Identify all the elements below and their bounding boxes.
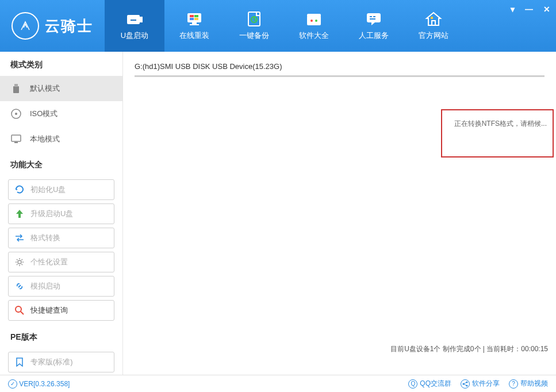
usb-icon — [124, 11, 145, 27]
svg-point-14 — [310, 20, 313, 22]
func-upgrade-usb[interactable]: 升级启动U盘 — [8, 203, 114, 224]
nav-tab-service[interactable]: 人工服务 — [344, 0, 404, 52]
mode-label: 本地模式 — [30, 134, 60, 144]
footer: ✓ VER[0.3.26.358] Q QQ交流群 软件分享 ? 帮助视频 — [0, 375, 556, 392]
func-label: 快捷键查询 — [30, 305, 68, 316]
mode-label: ISO模式 — [30, 109, 57, 119]
svg-rect-19 — [370, 18, 375, 20]
func-personalize[interactable]: 个性化设置 — [8, 252, 114, 272]
svg-rect-26 — [11, 135, 21, 141]
logo-icon — [11, 12, 39, 40]
version-text: VER[0.3.26.358] — [19, 380, 70, 388]
status-text: 正在转换NTFS格式，请稍候... — [448, 119, 547, 129]
pe-expert-standard[interactable]: 专家版(标准) — [8, 352, 114, 372]
svg-rect-8 — [190, 18, 194, 20]
share-icon — [461, 379, 470, 389]
refresh-icon — [14, 185, 25, 195]
nav-label: 软件大全 — [299, 30, 329, 41]
nav-label: U盘启动 — [121, 30, 148, 41]
menu-icon[interactable]: ▾ — [511, 5, 515, 14]
nav-label: 人工服务 — [359, 30, 389, 41]
version-icon: ✓ — [8, 379, 17, 389]
disc-icon — [10, 108, 22, 120]
monitor-icon — [184, 11, 205, 27]
mode-iso[interactable]: ISO模式 — [0, 101, 122, 126]
svg-rect-4 — [192, 22, 197, 24]
gear-icon — [14, 257, 25, 267]
footer-links: Q QQ交流群 软件分享 ? 帮助视频 — [408, 379, 548, 389]
func-label: 个性化设置 — [30, 257, 68, 267]
header: 云骑士 U盘启动 在线重装 一键备份 软件大全 — [0, 0, 556, 52]
mode-local[interactable]: 本地模式 — [0, 126, 122, 152]
svg-rect-7 — [194, 15, 198, 17]
svg-rect-21 — [431, 17, 433, 19]
nav-tab-backup[interactable]: 一键备份 — [224, 0, 284, 52]
svg-rect-18 — [373, 16, 375, 17]
home-icon — [423, 11, 444, 27]
svg-rect-27 — [14, 142, 18, 143]
search-icon — [14, 305, 25, 316]
link-label: 帮助视频 — [520, 379, 548, 389]
pe-label: 专家版(标准) — [30, 357, 73, 367]
chat-icon — [363, 11, 384, 27]
func-init-usb[interactable]: 初始化U盘 — [8, 179, 114, 200]
progress-bar — [135, 75, 545, 77]
svg-rect-13 — [307, 14, 321, 17]
svg-rect-1 — [140, 17, 143, 22]
nav-tab-online-reinstall[interactable]: 在线重装 — [164, 0, 224, 52]
refresh-doc-icon — [244, 11, 264, 27]
help-icon: ? — [509, 379, 518, 389]
body-area: 模式类别 默认模式 ISO模式 本地模式 功能大全 初始化U — [0, 52, 556, 375]
status-highlight-box: 正在转换NTFS格式，请稍候... — [441, 109, 554, 157]
version-info[interactable]: ✓ VER[0.3.26.358] — [8, 379, 70, 389]
footer-link-help[interactable]: ? 帮助视频 — [509, 379, 548, 389]
svg-point-25 — [15, 113, 17, 115]
nav-tab-software[interactable]: 软件大全 — [284, 0, 344, 52]
mode-default[interactable]: 默认模式 — [0, 76, 122, 101]
svg-rect-6 — [190, 15, 194, 17]
func-label: 初始化U盘 — [30, 185, 66, 195]
swap-icon — [14, 233, 25, 243]
func-hotkey-query[interactable]: 快捷键查询 — [8, 300, 114, 321]
link-icon — [14, 281, 25, 291]
logo-area: 云骑士 — [0, 12, 105, 40]
nav-label: 在线重装 — [179, 30, 209, 41]
nav-tab-usb-boot[interactable]: U盘启动 — [105, 0, 164, 52]
svg-rect-22 — [13, 86, 19, 93]
func-label: 格式转换 — [30, 233, 60, 243]
nav-tab-website[interactable]: 官方网站 — [404, 0, 463, 52]
nav-label: 一键备份 — [239, 30, 269, 41]
svg-rect-20 — [432, 21, 435, 25]
usb-disk-icon — [10, 83, 22, 94]
close-icon[interactable]: ✕ — [543, 5, 550, 14]
status-bar: 目前U盘设备1个 制作完成0个 | 当前耗时：00:00:15 — [390, 341, 548, 358]
app-name: 云骑士 — [45, 16, 93, 36]
svg-point-28 — [18, 260, 21, 264]
device-label: G:(hd1)SMI USB DISK USB Device(15.23G) — [135, 62, 545, 71]
main-content: G:(hd1)SMI USB DISK USB Device(15.23G) 正… — [123, 52, 556, 375]
mode-section-title: 模式类别 — [0, 52, 122, 76]
footer-link-qq[interactable]: Q QQ交流群 — [408, 379, 451, 389]
link-label: QQ交流群 — [420, 379, 451, 389]
svg-rect-17 — [370, 16, 372, 17]
qq-icon: Q — [408, 379, 417, 389]
window-controls: ▾ — ✕ — [511, 5, 550, 14]
svg-rect-23 — [14, 84, 18, 87]
arrow-up-icon — [14, 209, 25, 219]
footer-link-share[interactable]: 软件分享 — [461, 379, 500, 389]
monitor-outline-icon — [10, 133, 22, 145]
svg-point-15 — [315, 20, 317, 22]
func-format-convert[interactable]: 格式转换 — [8, 228, 114, 248]
mode-label: 默认模式 — [30, 83, 60, 94]
nav-label: 官方网站 — [419, 30, 448, 41]
minimize-icon[interactable]: — — [525, 5, 533, 14]
pe-section-title: PE版本 — [0, 324, 122, 348]
svg-rect-9 — [194, 18, 198, 20]
svg-rect-5 — [190, 24, 199, 25]
func-label: 升级启动U盘 — [30, 209, 73, 219]
sidebar: 模式类别 默认模式 ISO模式 本地模式 功能大全 初始化U — [0, 52, 123, 375]
svg-rect-16 — [367, 13, 381, 22]
svg-rect-2 — [131, 20, 136, 21]
svg-rect-12 — [307, 16, 321, 25]
func-simulate-boot[interactable]: 模拟启动 — [8, 276, 114, 297]
